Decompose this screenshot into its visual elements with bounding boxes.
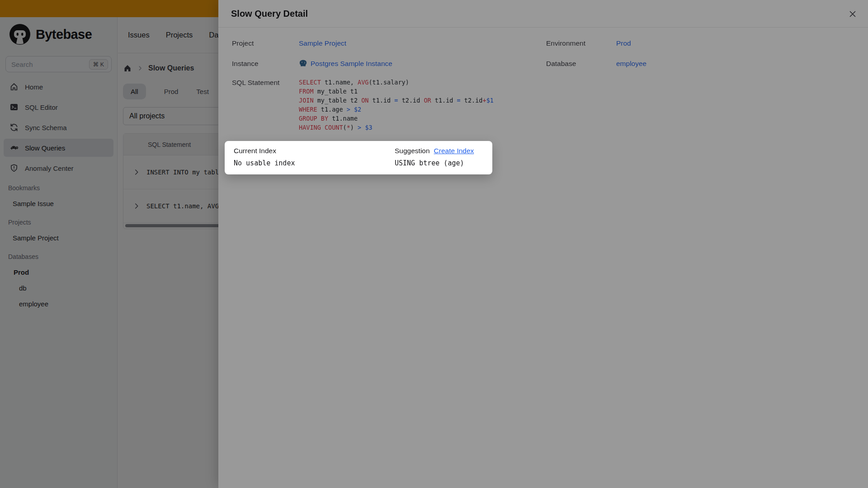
create-index-link[interactable]: Create Index (434, 147, 474, 155)
suggestion-header: Suggestion Create Index (395, 147, 483, 155)
popover-backdrop[interactable] (0, 0, 868, 488)
suggestion-value: USING btree (age) (395, 159, 483, 167)
current-index-value: No usable index (234, 159, 395, 167)
index-advisor-popover: Current Index Suggestion Create Index No… (225, 141, 492, 174)
suggestion-label: Suggestion (395, 147, 430, 155)
current-index-header: Current Index (234, 147, 395, 155)
